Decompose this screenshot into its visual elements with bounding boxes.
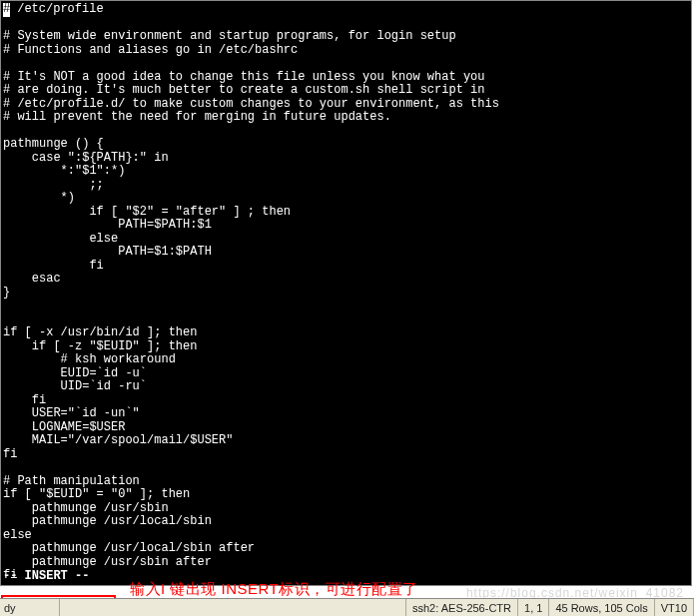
status-cursor: 1, 1 xyxy=(518,599,549,616)
terminal-editor[interactable]: # /etc/profile # System wide environment… xyxy=(0,0,692,586)
status-ready: dy xyxy=(0,599,60,616)
status-spacer xyxy=(60,599,406,616)
file-content[interactable]: # /etc/profile # System wide environment… xyxy=(3,3,689,583)
vim-mode-line: -- INSERT -- xyxy=(3,569,89,583)
status-emulation: VT10 xyxy=(655,599,694,616)
status-dimensions: 45 Rows, 105 Cols xyxy=(549,599,654,616)
status-cipher: ssh2: AES-256-CTR xyxy=(406,599,518,616)
status-bar: dy ssh2: AES-256-CTR 1, 1 45 Rows, 105 C… xyxy=(0,598,694,616)
